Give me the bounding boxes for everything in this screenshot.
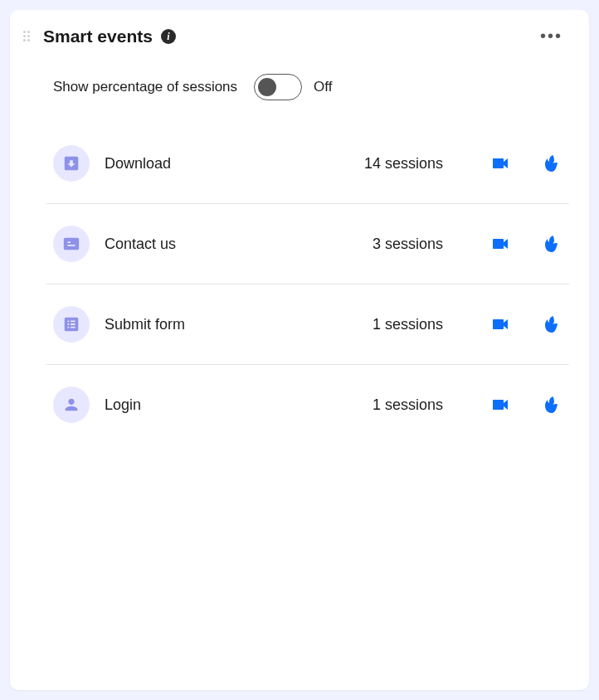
video-icon[interactable] (489, 233, 511, 255)
percentage-toggle[interactable] (254, 74, 302, 100)
event-name: Login (105, 396, 358, 414)
event-name: Submit form (105, 316, 358, 333)
more-menu-icon[interactable]: ••• (533, 23, 569, 49)
event-name: Download (105, 155, 349, 173)
toggle-knob (258, 78, 276, 96)
smart-events-card: Smart events ••• Show percentage of sess… (10, 10, 589, 690)
video-icon[interactable] (489, 394, 511, 416)
flame-icon[interactable] (541, 153, 562, 174)
card-title: Smart events (43, 27, 153, 46)
flame-icon[interactable] (541, 233, 562, 255)
event-sessions: 14 sessions (364, 155, 443, 173)
flame-icon[interactable] (541, 314, 562, 335)
toggle-row: Show percentage of sessions Off (10, 49, 589, 124)
flame-icon[interactable] (541, 394, 562, 416)
event-row[interactable]: Login 1 sessions (46, 365, 569, 445)
event-list: Download 14 sessions Contact us 3 sessio… (10, 124, 589, 445)
event-sessions: 1 sessions (373, 316, 443, 333)
login-icon (53, 386, 90, 423)
contact-icon (53, 226, 90, 262)
toggle-state: Off (314, 79, 332, 95)
event-sessions: 1 sessions (373, 396, 443, 414)
card-header: Smart events ••• (10, 23, 589, 49)
video-icon[interactable] (489, 314, 511, 335)
info-icon[interactable] (161, 29, 176, 44)
event-row[interactable]: Submit form 1 sessions (46, 284, 569, 365)
toggle-wrap: Off (254, 74, 332, 100)
event-row[interactable]: Contact us 3 sessions (46, 204, 569, 284)
drag-handle-icon[interactable] (23, 31, 35, 42)
form-icon (53, 306, 90, 343)
toggle-label: Show percentage of sessions (53, 79, 237, 95)
event-sessions: 3 sessions (373, 236, 443, 253)
event-name: Contact us (105, 236, 358, 253)
video-icon[interactable] (489, 153, 511, 174)
download-icon (53, 145, 90, 182)
event-row[interactable]: Download 14 sessions (46, 124, 569, 204)
